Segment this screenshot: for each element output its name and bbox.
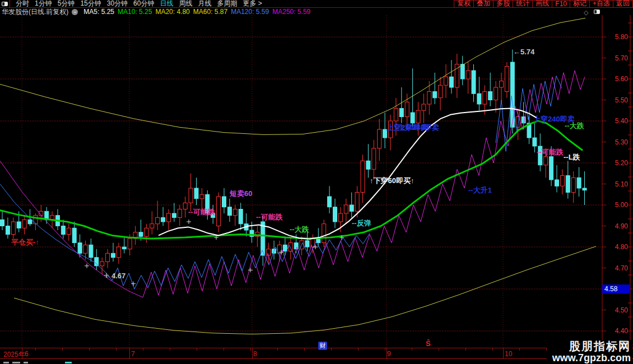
candle[interactable]	[505, 62, 509, 98]
candle[interactable]	[194, 178, 198, 205]
candle[interactable]	[500, 73, 504, 102]
toolbar-button-back[interactable]: 返回	[613, 0, 633, 8]
period-tab-monthly[interactable]: 月线	[198, 0, 211, 7]
candle[interactable]	[389, 115, 393, 151]
candle[interactable]	[311, 235, 315, 254]
candle[interactable]	[477, 77, 481, 110]
signal-annotation: --L跌	[564, 153, 580, 161]
candle[interactable]	[22, 216, 26, 235]
candle[interactable]	[399, 87, 403, 123]
candle[interactable]	[283, 236, 287, 255]
candle[interactable]	[133, 226, 137, 245]
candle[interactable]	[466, 62, 470, 94]
candle[interactable]	[239, 203, 243, 230]
candle[interactable]	[217, 193, 221, 232]
candle[interactable]	[89, 239, 93, 262]
candle[interactable]	[156, 201, 160, 231]
candle[interactable]	[117, 243, 120, 264]
candle[interactable]	[488, 73, 492, 106]
candle[interactable]	[372, 140, 376, 180]
candle[interactable]	[571, 171, 575, 203]
candle[interactable]	[444, 64, 448, 98]
candle[interactable]	[106, 249, 110, 268]
candle[interactable]	[328, 186, 332, 213]
candle[interactable]	[111, 243, 115, 262]
candle[interactable]	[167, 209, 171, 231]
candle[interactable]	[288, 239, 292, 260]
candle[interactable]	[560, 169, 564, 194]
candle[interactable]	[350, 193, 353, 218]
window-layout-button[interactable]	[0, 0, 10, 8]
candle[interactable]	[189, 174, 193, 212]
candle[interactable]	[272, 241, 276, 260]
candle[interactable]	[100, 258, 104, 274]
candle[interactable]	[366, 144, 370, 178]
candle[interactable]	[378, 119, 381, 161]
toolbar-button-stats[interactable]: 统计	[513, 0, 533, 8]
price-label: 5.40	[615, 117, 629, 125]
candle[interactable]	[460, 56, 464, 86]
candle[interactable]	[6, 218, 10, 239]
toolbar-button-add-watchlist[interactable]: +自选	[589, 0, 613, 8]
toolbar-button-f10[interactable]: F10	[552, 0, 570, 8]
candle[interactable]	[122, 236, 126, 253]
candle[interactable]	[227, 199, 231, 222]
candle[interactable]	[95, 249, 99, 270]
panel-toggle-button[interactable]	[594, 10, 600, 14]
toolbar-button-adjust[interactable]: 复权	[454, 0, 474, 8]
candlestick-chart[interactable]: 平仓买-↑←4.67--可能跌短卖60--可能跌--大跌--反弹↑下穿60即买↑…	[0, 15, 633, 348]
candle[interactable]	[255, 226, 259, 248]
candle[interactable]	[455, 54, 459, 98]
period-tab-more[interactable]: 更多 >	[243, 0, 262, 7]
candle[interactable]	[222, 188, 226, 213]
period-tab-multi-period[interactable]: 多周期	[217, 0, 237, 7]
chevron-down-icon[interactable]: ⌄	[72, 9, 78, 15]
period-tab-30min[interactable]: 30分钟	[107, 0, 128, 7]
candle[interactable]	[67, 224, 71, 241]
period-tab-daily[interactable]: 日线	[160, 0, 173, 7]
candle[interactable]	[183, 197, 187, 218]
toolbar-button-multi-stock[interactable]: 多股	[493, 0, 513, 8]
candle[interactable]	[439, 77, 443, 110]
candle[interactable]	[72, 222, 76, 247]
candle[interactable]	[583, 171, 587, 205]
candle[interactable]	[61, 220, 65, 239]
candle[interactable]	[472, 64, 476, 102]
signal-annotation: ←4.67	[104, 272, 125, 280]
candle[interactable]	[261, 216, 265, 266]
toolbar-button-overlay[interactable]: 叠加	[473, 0, 494, 8]
candle[interactable]	[161, 207, 165, 226]
candle[interactable]	[1, 211, 4, 230]
candle[interactable]	[422, 94, 426, 123]
candle[interactable]	[361, 155, 365, 203]
candle[interactable]	[11, 218, 15, 239]
candle[interactable]	[178, 205, 181, 226]
candle[interactable]	[427, 81, 431, 115]
candle[interactable]	[344, 199, 348, 224]
candle[interactable]	[555, 165, 559, 193]
candle[interactable]	[300, 236, 304, 255]
candle[interactable]	[433, 73, 437, 104]
candle[interactable]	[233, 205, 237, 226]
period-tab-1min[interactable]: 1分钟	[35, 0, 52, 7]
candle[interactable]	[577, 167, 581, 197]
candle[interactable]	[566, 161, 570, 199]
period-tab-weekly[interactable]: 周线	[179, 0, 192, 7]
period-tab-5min[interactable]: 5分钟	[58, 0, 75, 7]
candle[interactable]	[449, 60, 453, 94]
toolbar-button-mark[interactable]: 标记	[570, 0, 590, 8]
candle[interactable]	[533, 123, 537, 152]
period-tab-time-sharing[interactable]: 分时	[16, 0, 29, 7]
candle[interactable]	[250, 222, 254, 243]
candle[interactable]	[244, 213, 248, 236]
candle[interactable]	[494, 81, 498, 113]
period-tab-60min[interactable]: 60分钟	[133, 0, 154, 7]
candle[interactable]	[322, 220, 326, 247]
candle[interactable]	[172, 203, 176, 222]
candle[interactable]	[150, 211, 154, 234]
period-tab-15min[interactable]: 15分钟	[80, 0, 101, 7]
candle[interactable]	[145, 224, 148, 243]
candle[interactable]	[411, 68, 415, 127]
candle[interactable]	[333, 199, 337, 228]
toolbar-button-draw-line[interactable]: 画线	[532, 0, 552, 8]
